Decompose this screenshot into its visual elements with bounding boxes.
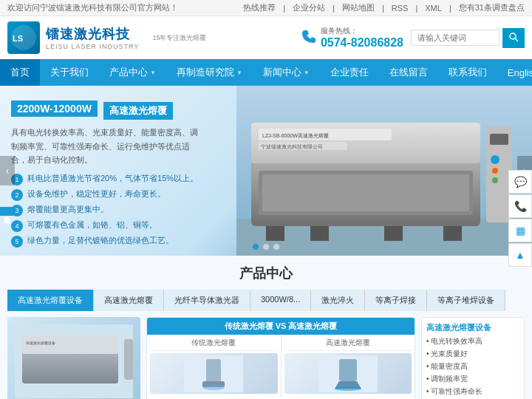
products-section: 产品中心 高速激光熔覆设备 高速激光熔覆 光纤半导体激光器 3000W/8...… <box>0 256 532 399</box>
product-info-item-1: • 电光转换效率高 <box>426 336 519 347</box>
machine-image-area: LZJ-SB-6000W高速激光熔覆 宁波镭速激光科技有限公司 <box>236 86 532 256</box>
nav-item-about[interactable]: 关于我们 <box>40 59 99 86</box>
svg-rect-19 <box>266 226 284 241</box>
nav-item-responsibility[interactable]: 企业责任 <box>320 59 379 86</box>
float-right-panel: 💬 📞 ▦ ▲ <box>508 170 532 267</box>
nav-item-home[interactable]: 首页 <box>0 59 40 86</box>
phone-icon <box>301 29 316 47</box>
float-top-button[interactable]: ▲ <box>508 243 532 267</box>
svg-text:LS: LS <box>13 34 23 43</box>
top-bar-right: 热线推荐 | 企业分站 | 网站地图 | RSS | XML | 您有31条调查… <box>243 2 525 13</box>
product-content-area: 高速激光熔覆设备 传统激光熔覆 VS 高速激光熔覆 传统激光熔覆 <box>7 317 525 399</box>
slider-dot-1[interactable] <box>253 244 259 250</box>
product-tab-0[interactable]: 高速激光熔覆设备 <box>7 290 94 311</box>
svg-line-3 <box>515 38 518 41</box>
product-tab-6[interactable]: 等离子堆焊设备 <box>427 290 505 311</box>
nav-item-contact[interactable]: 联系我们 <box>438 59 497 86</box>
product-tab-3[interactable]: 3000W/8... <box>250 290 311 311</box>
svg-rect-26 <box>124 339 133 380</box>
phone-label: 服务热线： <box>321 26 403 36</box>
products-section-title: 产品中心 <box>7 265 525 282</box>
hero-features-list: 1 耗电比普通激光节省20%，气体节省15%以上。 2 设备免维护，稳定性更好，… <box>11 173 218 248</box>
header-right: 服务热线： 0574-82086828 <box>301 26 525 50</box>
machine-illustration: LZJ-SB-6000W高速激光熔覆 宁波镭速激光科技有限公司 <box>236 86 532 256</box>
feature-item-5: 5 绿色力量，足替代镀铬的优选绿色工艺。 <box>11 235 218 248</box>
product-info-item-5: • 可靠性强寿命长 <box>426 386 519 397</box>
svg-text:LZJ-SB-6000W高速激光熔覆: LZJ-SB-6000W高速激光熔覆 <box>262 133 329 139</box>
svg-text:高速激光熔覆设备: 高速激光熔覆设备 <box>26 341 55 345</box>
search-input[interactable] <box>411 30 499 46</box>
logo-tagline: 15年专注激光熔覆 <box>152 33 206 43</box>
comparison-right: 高速激光熔覆 <box>282 335 415 398</box>
comparison-left: 传统激光熔覆 <box>147 335 282 398</box>
slider-dots <box>253 244 279 250</box>
float-left-panel: 高速激光熔覆 <box>0 207 13 216</box>
search-area <box>411 28 525 48</box>
product-tab-1[interactable]: 高速激光熔覆 <box>94 290 164 311</box>
hero-power-range: 2200W-12000W <box>11 100 98 117</box>
hero-content: 2200W-12000W 高速激光熔覆 具有电光转换效率高、光束质量好、能量密度… <box>11 100 218 250</box>
svg-rect-22 <box>443 226 462 241</box>
news-arrow: ▼ <box>304 69 310 76</box>
comparison-left-image <box>150 353 278 394</box>
search-button[interactable] <box>502 28 525 48</box>
float-chat-button[interactable]: 💬 <box>508 170 532 194</box>
products-arrow: ▼ <box>150 69 156 76</box>
svg-point-16 <box>491 155 499 164</box>
slider-prev-button[interactable]: ‹ <box>0 156 15 185</box>
product-tab-4[interactable]: 激光淬火 <box>311 290 365 311</box>
remanufacturing-arrow: ▼ <box>236 69 242 76</box>
product-tab-2[interactable]: 光纤半导体激光器 <box>164 290 250 311</box>
phone-text: 服务热线： 0574-82086828 <box>321 26 403 50</box>
nav-item-english[interactable]: English <box>497 59 532 86</box>
hero-description: 具有电光转换效率高、光束质量好、能量密度高、调制频率宽、可靠性强寿命长、运行免维… <box>11 126 203 167</box>
slider-dot-2[interactable] <box>263 244 269 250</box>
svg-rect-20 <box>310 226 329 241</box>
product-info-item-4: • 调制频率宽 <box>426 374 519 384</box>
svg-rect-29 <box>206 359 221 385</box>
sitemap-link[interactable]: 网站地图 <box>342 2 375 13</box>
logo-en-text: LEISU LASER INDUSTRY <box>46 43 139 50</box>
welcome-text: 欢迎访问宁波镭速激光科技有限公司官方网站！ <box>7 2 178 13</box>
hero-section: LZJ-SB-6000W高速激光熔覆 宁波镭速激光科技有限公司 2200W-12… <box>0 86 532 256</box>
svg-point-18 <box>492 177 498 183</box>
nav-item-news[interactable]: 新闻中心 ▼ <box>253 59 320 86</box>
product-info-item-3: • 能量密度高 <box>426 361 519 372</box>
svg-rect-15 <box>490 134 508 145</box>
nav-item-remanufacturing[interactable]: 再制造研究院 ▼ <box>166 59 253 86</box>
svg-point-17 <box>492 168 498 174</box>
product-info-panel: 高速激光熔覆设备 • 电光转换效率高 • 光束质量好 • 能量密度高 • 调制频… <box>421 317 525 399</box>
product-tabs: 高速激光熔覆设备 高速激光熔覆 光纤半导体激光器 3000W/8... 激光淬火… <box>7 290 525 311</box>
svg-text:宁波镭速激光科技有限公司: 宁波镭速激光科技有限公司 <box>261 144 323 150</box>
header: LS 镭速激光科技 LEISU LASER INDUSTRY 15年专注激光熔覆… <box>0 16 532 59</box>
feature-item-3: 3 熔覆能量更高更集中。 <box>11 204 218 216</box>
product-main-image: 高速激光熔覆设备 <box>7 317 140 399</box>
comparison-body: 传统激光熔覆 高速激光熔覆 <box>147 335 415 398</box>
xml-link[interactable]: XML <box>425 4 442 13</box>
svg-rect-21 <box>384 226 403 241</box>
hotline-link[interactable]: 热线推荐 <box>243 2 276 13</box>
phone-area: 服务热线： 0574-82086828 <box>301 26 403 50</box>
svg-rect-33 <box>339 359 357 381</box>
nav-item-message[interactable]: 在线留言 <box>379 59 438 86</box>
logo-cn-text: 镭速激光科技 <box>46 25 139 43</box>
product-comparison-box: 传统激光熔覆 VS 高速激光熔覆 传统激光熔覆 <box>146 317 415 399</box>
nav-item-products[interactable]: 产品中心 ▼ <box>99 59 166 86</box>
float-left-cladding[interactable]: 高速激光熔覆 <box>0 207 13 216</box>
svg-point-31 <box>202 384 225 390</box>
company-info-link[interactable]: 企业分站 <box>293 2 325 13</box>
product-info-item-2: • 光束质量好 <box>426 349 519 359</box>
rss-link[interactable]: RSS <box>392 4 409 13</box>
feature-item-1: 1 耗电比普通激光节省20%，气体节省15%以上。 <box>11 173 218 185</box>
float-qr-button[interactable]: ▦ <box>508 219 532 242</box>
comparison-left-title: 传统激光熔覆 <box>150 338 278 351</box>
product-info-title: 高速激光熔覆设备 <box>426 322 519 333</box>
logo-icon: LS <box>7 21 40 54</box>
comparison-right-title: 高速激光熔覆 <box>284 338 412 351</box>
top-bar: 欢迎访问宁波镭速激光科技有限公司官方网站！ 热线推荐 | 企业分站 | 网站地图… <box>0 0 532 16</box>
product-tab-5[interactable]: 等离子焊接 <box>365 290 427 311</box>
feature-item-4: 4 可熔覆有色金属，如铬、铝、铜等。 <box>11 219 218 232</box>
float-phone-button[interactable]: 📞 <box>508 194 532 218</box>
slider-dot-3[interactable] <box>273 244 279 250</box>
phone-number: 0574-82086828 <box>321 36 403 50</box>
